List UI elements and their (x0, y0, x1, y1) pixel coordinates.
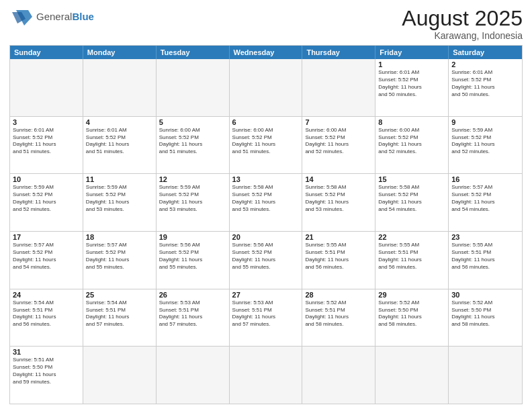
logo-general-text: General (36, 11, 72, 22)
logo-icon (9, 7, 34, 27)
day-cell-5: 5Sunrise: 6:00 AM Sunset: 5:52 PM Daylig… (157, 117, 230, 174)
calendar-row-1: 3Sunrise: 6:01 AM Sunset: 5:52 PM Daylig… (10, 117, 522, 175)
day-cell-27: 27Sunrise: 5:53 AM Sunset: 5:51 PM Dayli… (230, 289, 303, 347)
day-info: Sunrise: 5:57 AM Sunset: 5:52 PM Dayligh… (451, 184, 519, 213)
title-block: August 2025 Karawang, Indonesia (402, 7, 523, 41)
day-info: Sunrise: 6:01 AM Sunset: 5:52 PM Dayligh… (378, 69, 445, 98)
day-cell-25: 25Sunrise: 5:54 AM Sunset: 5:51 PM Dayli… (83, 289, 157, 347)
weekday-header-tuesday: Tuesday (157, 46, 230, 59)
day-number: 2 (451, 60, 519, 68)
subtitle: Karawang, Indonesia (402, 30, 523, 41)
empty-cell (230, 347, 303, 404)
weekday-header-saturday: Saturday (449, 46, 522, 59)
day-info: Sunrise: 5:58 AM Sunset: 5:52 PM Dayligh… (305, 184, 372, 213)
day-info: Sunrise: 5:51 AM Sunset: 5:50 PM Dayligh… (13, 357, 80, 385)
calendar-row-3: 17Sunrise: 5:57 AM Sunset: 5:52 PM Dayli… (10, 232, 522, 289)
calendar-body: 1Sunrise: 6:01 AM Sunset: 5:52 PM Daylig… (10, 59, 522, 404)
calendar-row-4: 24Sunrise: 5:54 AM Sunset: 5:51 PM Dayli… (10, 289, 522, 347)
day-info: Sunrise: 5:59 AM Sunset: 5:52 PM Dayligh… (159, 184, 226, 213)
day-number: 15 (378, 175, 445, 183)
day-number: 10 (13, 175, 80, 183)
day-cell-15: 15Sunrise: 5:58 AM Sunset: 5:52 PM Dayli… (375, 174, 449, 231)
logo-text: GeneralBlue (36, 11, 94, 23)
day-cell-14: 14Sunrise: 5:58 AM Sunset: 5:52 PM Dayli… (302, 174, 375, 231)
day-number: 25 (86, 291, 153, 299)
day-cell-17: 17Sunrise: 5:57 AM Sunset: 5:52 PM Dayli… (10, 232, 83, 289)
day-info: Sunrise: 6:00 AM Sunset: 5:52 PM Dayligh… (159, 127, 226, 156)
day-number: 7 (305, 118, 372, 126)
day-info: Sunrise: 6:00 AM Sunset: 5:52 PM Dayligh… (378, 127, 445, 156)
day-info: Sunrise: 5:55 AM Sunset: 5:51 PM Dayligh… (378, 242, 445, 271)
day-cell-23: 23Sunrise: 5:55 AM Sunset: 5:51 PM Dayli… (449, 232, 522, 289)
day-cell-13: 13Sunrise: 5:58 AM Sunset: 5:52 PM Dayli… (230, 174, 303, 231)
day-number: 18 (86, 233, 153, 241)
day-info: Sunrise: 5:56 AM Sunset: 5:52 PM Dayligh… (159, 242, 226, 271)
day-number: 20 (232, 233, 300, 241)
day-number: 4 (86, 118, 153, 126)
day-cell-31: 31Sunrise: 5:51 AM Sunset: 5:50 PM Dayli… (10, 347, 83, 404)
day-info: Sunrise: 5:58 AM Sunset: 5:52 PM Dayligh… (232, 184, 300, 213)
day-number: 8 (378, 118, 445, 126)
day-cell-30: 30Sunrise: 5:52 AM Sunset: 5:50 PM Dayli… (449, 289, 522, 347)
day-info: Sunrise: 5:52 AM Sunset: 5:51 PM Dayligh… (305, 300, 372, 328)
day-cell-16: 16Sunrise: 5:57 AM Sunset: 5:52 PM Dayli… (449, 174, 522, 231)
day-cell-4: 4Sunrise: 6:01 AM Sunset: 5:52 PM Daylig… (83, 117, 157, 174)
weekday-header-thursday: Thursday (302, 46, 375, 59)
day-info: Sunrise: 5:59 AM Sunset: 5:52 PM Dayligh… (451, 127, 519, 156)
empty-cell (302, 59, 375, 116)
day-cell-12: 12Sunrise: 5:59 AM Sunset: 5:52 PM Dayli… (157, 174, 230, 231)
calendar-row-5: 31Sunrise: 5:51 AM Sunset: 5:50 PM Dayli… (10, 347, 522, 404)
empty-cell (157, 347, 230, 404)
day-number: 30 (451, 291, 519, 299)
day-number: 27 (232, 291, 300, 299)
calendar-header: SundayMondayTuesdayWednesdayThursdayFrid… (10, 46, 522, 59)
day-number: 9 (451, 118, 519, 126)
day-cell-7: 7Sunrise: 6:00 AM Sunset: 5:52 PM Daylig… (302, 117, 375, 174)
day-number: 5 (159, 118, 226, 126)
day-info: Sunrise: 6:00 AM Sunset: 5:52 PM Dayligh… (232, 127, 300, 156)
day-info: Sunrise: 5:57 AM Sunset: 5:52 PM Dayligh… (13, 242, 80, 271)
day-cell-22: 22Sunrise: 5:55 AM Sunset: 5:51 PM Dayli… (375, 232, 449, 289)
day-cell-10: 10Sunrise: 5:59 AM Sunset: 5:52 PM Dayli… (10, 174, 83, 231)
day-info: Sunrise: 6:00 AM Sunset: 5:52 PM Dayligh… (305, 127, 372, 156)
empty-cell (302, 347, 375, 404)
empty-cell (10, 59, 83, 116)
day-number: 11 (86, 175, 153, 183)
day-number: 22 (378, 233, 445, 241)
day-number: 12 (159, 175, 226, 183)
day-number: 14 (305, 175, 372, 183)
day-info: Sunrise: 5:52 AM Sunset: 5:50 PM Dayligh… (451, 300, 519, 328)
day-number: 19 (159, 233, 226, 241)
day-cell-9: 9Sunrise: 5:59 AM Sunset: 5:52 PM Daylig… (449, 117, 522, 174)
header: GeneralBlue August 2025 Karawang, Indone… (9, 7, 523, 41)
day-number: 13 (232, 175, 300, 183)
weekday-header-wednesday: Wednesday (230, 46, 303, 59)
day-number: 24 (13, 291, 80, 299)
day-number: 29 (378, 291, 445, 299)
day-number: 1 (378, 60, 445, 68)
empty-cell (83, 347, 157, 404)
day-info: Sunrise: 6:01 AM Sunset: 5:52 PM Dayligh… (13, 127, 80, 156)
day-cell-21: 21Sunrise: 5:55 AM Sunset: 5:51 PM Dayli… (302, 232, 375, 289)
day-info: Sunrise: 5:55 AM Sunset: 5:51 PM Dayligh… (451, 242, 519, 271)
calendar-row-0: 1Sunrise: 6:01 AM Sunset: 5:52 PM Daylig… (10, 59, 522, 117)
empty-cell (449, 347, 522, 404)
empty-cell (83, 59, 157, 116)
day-cell-2: 2Sunrise: 6:01 AM Sunset: 5:52 PM Daylig… (449, 59, 522, 116)
day-cell-28: 28Sunrise: 5:52 AM Sunset: 5:51 PM Dayli… (302, 289, 375, 347)
day-number: 28 (305, 291, 372, 299)
empty-cell (375, 347, 449, 404)
day-info: Sunrise: 5:57 AM Sunset: 5:52 PM Dayligh… (86, 242, 153, 271)
day-cell-24: 24Sunrise: 5:54 AM Sunset: 5:51 PM Dayli… (10, 289, 83, 347)
main-title: August 2025 (402, 7, 523, 30)
day-cell-6: 6Sunrise: 6:00 AM Sunset: 5:52 PM Daylig… (230, 117, 303, 174)
day-info: Sunrise: 5:53 AM Sunset: 5:51 PM Dayligh… (232, 300, 300, 328)
day-info: Sunrise: 5:53 AM Sunset: 5:51 PM Dayligh… (159, 300, 226, 328)
calendar: SundayMondayTuesdayWednesdayThursdayFrid… (9, 45, 523, 404)
weekday-header-monday: Monday (83, 46, 157, 59)
day-info: Sunrise: 5:54 AM Sunset: 5:51 PM Dayligh… (86, 300, 153, 328)
day-cell-11: 11Sunrise: 5:59 AM Sunset: 5:52 PM Dayli… (83, 174, 157, 231)
day-number: 21 (305, 233, 372, 241)
day-cell-19: 19Sunrise: 5:56 AM Sunset: 5:52 PM Dayli… (157, 232, 230, 289)
empty-cell (230, 59, 303, 116)
